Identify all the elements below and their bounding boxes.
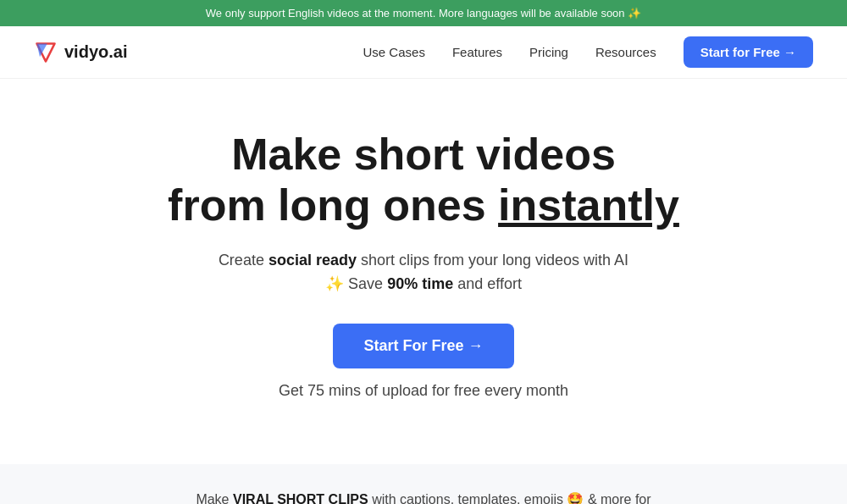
platforms-tagline: Make VIRAL short clips with captions, te… — [34, 491, 813, 504]
hero-sub-note: Get 75 mins of upload for free every mon… — [212, 379, 635, 403]
nav-pricing[interactable]: Pricing — [529, 45, 568, 59]
platforms-section: Make VIRAL short clips with captions, te… — [0, 464, 847, 504]
nav-cta-button[interactable]: Start for Free → — [684, 36, 813, 68]
nav-features[interactable]: Features — [452, 45, 502, 59]
announcement-banner: We only support English videos at the mo… — [0, 0, 847, 26]
nav-links: Use Cases Features Pricing Resources — [363, 45, 656, 60]
main-nav: vidyo.ai Use Cases Features Pricing Reso… — [0, 26, 847, 79]
headline-line2: from long ones — [168, 180, 498, 230]
headline-emphasis: instantly — [498, 180, 679, 230]
hero-cta-wrapper: Start For Free → — [34, 324, 813, 379]
subtext-bold1: social ready — [268, 252, 357, 269]
hero-cta-button[interactable]: Start For Free → — [333, 324, 513, 368]
hero-headline: Make short videos from long ones instant… — [34, 130, 813, 231]
logo-text: vidyo.ai — [64, 42, 127, 62]
subtext-part3: and effort — [453, 275, 522, 292]
hero-subtext: Create social ready short clips from you… — [212, 248, 635, 297]
banner-text: We only support English videos at the mo… — [206, 7, 641, 19]
tagline-part1: Make — [196, 492, 233, 504]
nav-resources[interactable]: Resources — [595, 45, 656, 59]
subtext-part1: Create — [219, 252, 268, 269]
hero-section: Make short videos from long ones instant… — [0, 79, 847, 464]
tagline-bold: VIRAL short clips — [233, 492, 368, 504]
nav-use-cases[interactable]: Use Cases — [363, 45, 425, 59]
tagline-part2: with captions, templates, emojis 🤩 & mor… — [368, 492, 651, 504]
subtext-bold2: 90% time — [387, 275, 453, 292]
logo-link[interactable]: vidyo.ai — [34, 41, 127, 64]
logo-icon — [34, 41, 58, 64]
headline-line1: Make short videos — [231, 130, 616, 179]
